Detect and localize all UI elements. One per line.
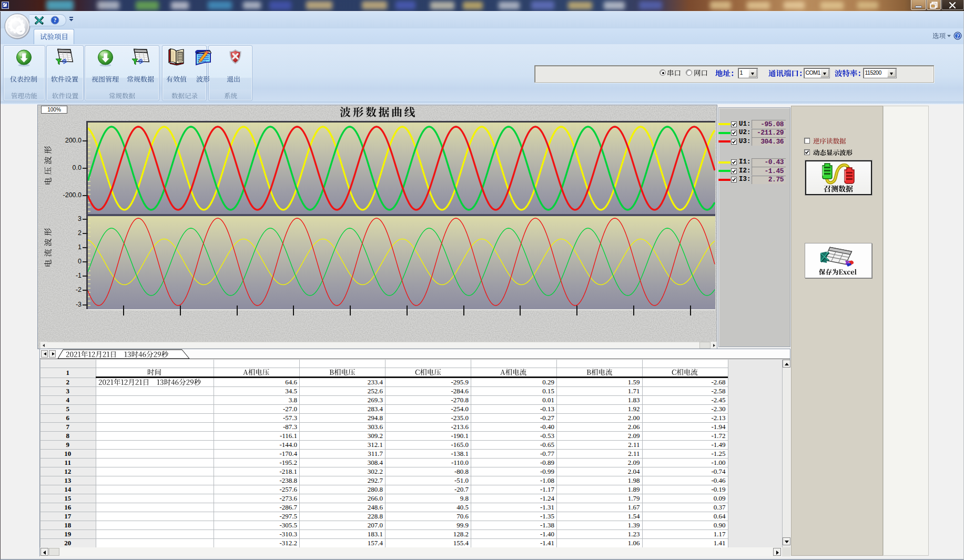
svg-text:?: ? <box>54 17 57 23</box>
svg-text:?: ? <box>956 33 959 39</box>
